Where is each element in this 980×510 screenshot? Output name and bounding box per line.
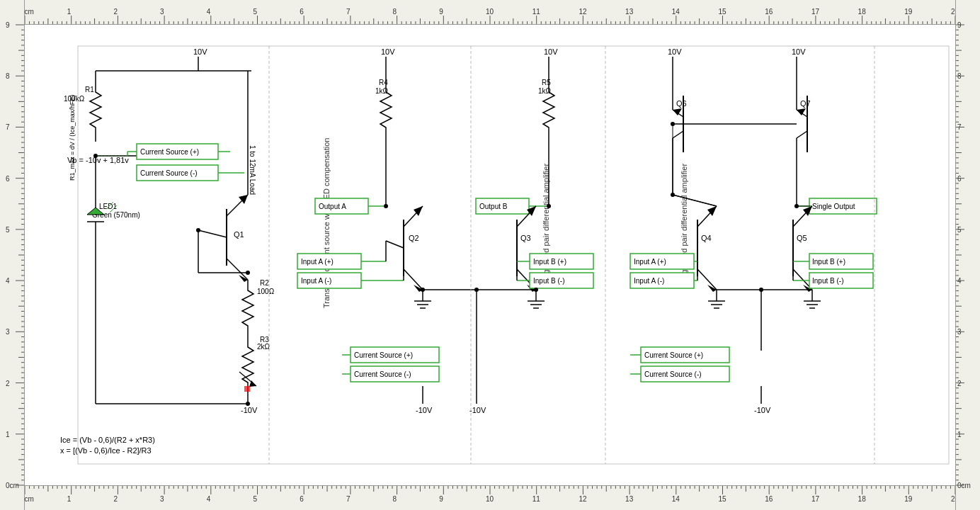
svg-text:10V: 10V bbox=[193, 47, 207, 56]
svg-point-49 bbox=[246, 271, 250, 275]
svg-text:10V: 10V bbox=[668, 47, 682, 56]
svg-text:10V: 10V bbox=[544, 47, 558, 56]
svg-text:Output B: Output B bbox=[479, 203, 508, 210]
svg-text:Input B (+): Input B (+) bbox=[812, 258, 845, 266]
svg-text:Q3: Q3 bbox=[520, 234, 531, 242]
svg-point-63 bbox=[384, 204, 388, 208]
svg-text:LED1: LED1 bbox=[99, 203, 117, 210]
circuit-svg: 10V R1 100kΩ Vb = -10v + 1,81v R1_max = … bbox=[25, 25, 955, 485]
svg-line-157 bbox=[697, 269, 717, 290]
svg-text:Input B (-): Input B (-) bbox=[812, 277, 843, 285]
svg-line-29 bbox=[198, 230, 227, 237]
svg-text:R1_max = dV / (Ice_max/hFE): R1_max = dV / (Ice_max/hFE) bbox=[69, 95, 76, 181]
circuit-area: 10V R1 100kΩ Vb = -10v + 1,81v R1_max = … bbox=[25, 25, 955, 485]
svg-line-32 bbox=[227, 259, 248, 280]
svg-text:-10V: -10V bbox=[754, 406, 771, 414]
svg-text:100Ω: 100Ω bbox=[257, 288, 275, 295]
svg-text:Single Output: Single Output bbox=[812, 203, 855, 210]
svg-text:Q5: Q5 bbox=[797, 234, 807, 242]
ruler-bottom bbox=[0, 485, 980, 510]
svg-text:Current Source (+): Current Source (+) bbox=[140, 148, 199, 156]
svg-point-120 bbox=[421, 288, 425, 292]
svg-point-121 bbox=[534, 288, 538, 292]
svg-text:Q2: Q2 bbox=[409, 234, 419, 242]
svg-text:10V: 10V bbox=[381, 47, 395, 56]
svg-point-100 bbox=[547, 204, 551, 208]
svg-text:Input A (+): Input A (+) bbox=[634, 258, 666, 266]
ruler-right bbox=[955, 0, 980, 510]
svg-text:Current Source (-): Current Source (-) bbox=[354, 370, 411, 378]
svg-point-46 bbox=[246, 402, 250, 406]
svg-text:R1: R1 bbox=[85, 86, 94, 94]
svg-text:1 to 12mA Load: 1 to 12mA Load bbox=[249, 145, 256, 195]
svg-text:Q1: Q1 bbox=[234, 230, 244, 239]
svg-text:Q7: Q7 bbox=[800, 99, 811, 108]
svg-text:Input A (+): Input A (+) bbox=[301, 258, 334, 266]
svg-text:R5: R5 bbox=[542, 79, 551, 86]
svg-text:Output A: Output A bbox=[319, 203, 346, 210]
svg-text:Q6: Q6 bbox=[676, 99, 687, 108]
svg-line-134 bbox=[673, 131, 683, 138]
svg-text:-10V: -10V bbox=[469, 406, 486, 414]
svg-text:Current Source (+): Current Source (+) bbox=[644, 351, 703, 359]
svg-text:x = [(Vb - 0,6)/Ice - R2]/R3: x = [(Vb - 0,6)/Ice - R2]/R3 bbox=[60, 446, 152, 455]
svg-text:Vb = -10v + 1,81v: Vb = -10v + 1,81v bbox=[67, 156, 129, 164]
svg-line-66 bbox=[386, 241, 404, 248]
svg-text:Current Source (-): Current Source (-) bbox=[644, 370, 702, 378]
svg-point-193 bbox=[759, 288, 763, 292]
svg-text:-10V: -10V bbox=[416, 406, 433, 414]
svg-point-50 bbox=[196, 228, 200, 232]
svg-text:Input B (-): Input B (-) bbox=[533, 277, 564, 285]
svg-text:10V: 10V bbox=[792, 47, 806, 56]
svg-text:1kΩ: 1kΩ bbox=[538, 87, 552, 95]
svg-text:Q4: Q4 bbox=[701, 234, 712, 242]
svg-point-205 bbox=[671, 193, 675, 197]
svg-text:-10V: -10V bbox=[241, 406, 258, 414]
main-container: 10V R1 100kΩ Vb = -10v + 1,81v R1_max = … bbox=[0, 0, 980, 510]
svg-point-123 bbox=[474, 288, 479, 292]
svg-line-143 bbox=[797, 131, 807, 138]
svg-text:1kΩ: 1kΩ bbox=[375, 87, 389, 95]
ruler-top bbox=[0, 0, 980, 25]
svg-text:Current Source (+): Current Source (+) bbox=[354, 351, 413, 359]
svg-text:R4: R4 bbox=[379, 79, 388, 86]
svg-text:Current Source (-): Current Source (-) bbox=[140, 169, 198, 177]
svg-text:2kΩ: 2kΩ bbox=[257, 343, 270, 351]
svg-text:Ice = (Vb - 0,6)/(R2 + x*R3): Ice = (Vb - 0,6)/(R2 + x*R3) bbox=[60, 436, 155, 444]
svg-text:Input A (-): Input A (-) bbox=[634, 277, 664, 285]
svg-text:Input A (-): Input A (-) bbox=[301, 277, 331, 285]
svg-text:Input B (+): Input B (+) bbox=[533, 258, 566, 266]
svg-rect-53 bbox=[244, 386, 250, 392]
svg-line-69 bbox=[404, 269, 423, 290]
ruler-left bbox=[0, 0, 25, 510]
svg-text:R2: R2 bbox=[260, 279, 269, 287]
